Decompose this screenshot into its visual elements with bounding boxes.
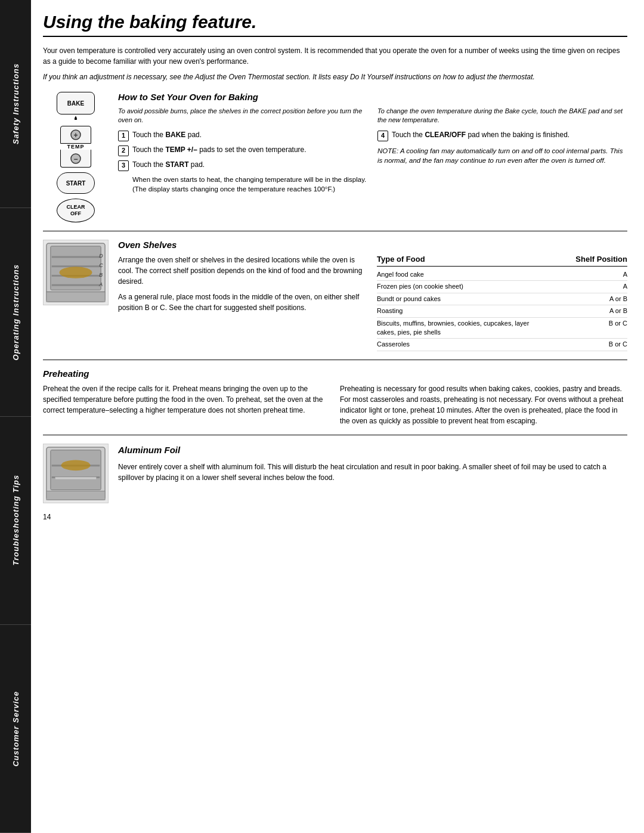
pos-cell: A: [544, 282, 627, 291]
food-cell: Roasting: [377, 306, 544, 315]
preheat-columns: Preheat the oven if the recipe calls for…: [43, 383, 627, 426]
table-row: CasserolesB or C: [377, 339, 627, 351]
step-3: 3 Touch the START pad.: [118, 160, 368, 171]
cooling-note: NOTE: A cooling fan may automatically tu…: [377, 146, 627, 166]
sidebar-label-operating: Operating Instructions: [11, 264, 20, 360]
shelves-description: Arrange the oven shelf or shelves in the…: [118, 255, 369, 351]
section-bake: BAKE ▲ + TEMP − START CLEAROFF: [43, 92, 627, 231]
temp-buttons-diagram: + TEMP −: [60, 126, 91, 168]
page-title: Using the baking feature.: [43, 12, 627, 37]
alfoil-diagram: [43, 444, 109, 503]
start-label: START: [66, 180, 86, 187]
table-row: RoastingA or B: [377, 305, 627, 317]
bake-controls-diagram: BAKE ▲ + TEMP − START CLEAROFF: [43, 92, 109, 222]
table-row: Angel food cakeA: [377, 269, 627, 281]
bake-note-top: To avoid possible burns, place the shelv…: [118, 107, 368, 125]
oven-shelves-diagram: D C B A: [43, 240, 109, 305]
preheat-col-right: Preheating is necessary for good results…: [340, 383, 627, 426]
start-button-diagram: START: [57, 172, 95, 194]
pos-cell: A or B: [544, 306, 627, 315]
temp-minus-diagram: −: [60, 150, 91, 168]
bake-section-heading: How to Set Your Oven for Baking: [118, 92, 627, 102]
bake-button-diagram: BAKE: [57, 92, 95, 114]
temp-plus-diagram: +: [60, 126, 91, 144]
intro-paragraph-1: Your oven temperature is controlled very…: [43, 45, 627, 67]
pos-cell: A or B: [544, 295, 627, 304]
preheat-col-left: Preheat the oven if the recipe calls for…: [43, 383, 330, 426]
sidebar-section-customer: Customer Service: [0, 625, 31, 833]
svg-rect-9: [52, 284, 100, 286]
sidebar-label-customer: Customer Service: [11, 691, 20, 767]
clear-off-label: CLEAROFF: [67, 204, 85, 217]
step-2: 2 Touch the TEMP +/– pads to set the ove…: [118, 145, 368, 156]
step-text-1: Touch the BAKE pad.: [132, 130, 202, 140]
page-number: 14: [43, 513, 627, 521]
bake-columns: To avoid possible burns, place the shelv…: [118, 107, 627, 198]
shelves-content: Oven Shelves Arrange the oven shelf or s…: [118, 240, 627, 351]
food-cell: Casseroles: [377, 340, 544, 349]
main-content: Using the baking feature. Your oven temp…: [31, 0, 644, 833]
svg-text:B: B: [99, 272, 103, 278]
oven-svg: D C B A: [44, 240, 108, 305]
food-cell: Bundt or pound cakes: [377, 295, 544, 304]
bake-col-right: To change the oven temperature during th…: [377, 107, 627, 198]
table-header: Type of Food Shelf Position: [377, 255, 627, 267]
shelves-table: Type of Food Shelf Position Angel food c…: [377, 255, 627, 351]
step-num-2: 2: [118, 145, 129, 156]
section-preheating: Preheating Preheat the oven if the recip…: [43, 360, 627, 435]
svg-text:A: A: [98, 281, 103, 287]
table-row: Frozen pies (on cookie sheet)A: [377, 281, 627, 293]
table-row: Biscuits, muffins, brownies, cookies, cu…: [377, 318, 627, 339]
step-num-1: 1: [118, 131, 129, 141]
sidebar-section-troubleshooting: Troubleshooting Tips: [0, 417, 31, 625]
sidebar-label-troubleshooting: Troubleshooting Tips: [11, 475, 20, 565]
step-3-detail: When the oven starts to heat, the changi…: [132, 175, 368, 194]
sidebar: Safety Instructions Operating Instructio…: [0, 0, 31, 833]
food-cell: Frozen pies (on cookie sheet): [377, 282, 544, 291]
shelves-body-1: Arrange the oven shelf or shelves in the…: [118, 255, 369, 287]
bake-col-left: To avoid possible burns, place the shelv…: [118, 107, 368, 198]
pos-cell: B or C: [544, 340, 627, 349]
svg-rect-21: [55, 477, 97, 479]
svg-rect-23: [47, 491, 105, 500]
sidebar-section-safety: Safety Instructions: [0, 0, 31, 208]
food-cell: Biscuits, muffins, brownies, cookies, cu…: [377, 319, 544, 337]
shelves-heading: Oven Shelves: [118, 240, 627, 250]
svg-text:−: −: [73, 155, 78, 163]
step-1: 1 Touch the BAKE pad.: [118, 130, 368, 141]
svg-text:C: C: [99, 262, 103, 268]
bake-right-note: To change the oven temperature during th…: [377, 107, 627, 125]
table-row: Bundt or pound cakesA or B: [377, 293, 627, 305]
bake-label: BAKE: [67, 100, 84, 107]
section-oven-shelves: D C B A Oven Shelves Arrange the oven sh…: [43, 231, 627, 360]
col-food-header: Type of Food: [377, 255, 544, 264]
alfoil-content: Aluminum Foil Never entirely cover a she…: [118, 444, 627, 503]
clear-off-button-diagram: CLEAROFF: [57, 199, 95, 222]
step-text-2: Touch the TEMP +/– pads to set the oven …: [132, 145, 306, 155]
preheat-heading: Preheating: [43, 368, 627, 379]
pos-cell: B or C: [544, 319, 627, 337]
svg-text:+: +: [73, 131, 78, 140]
col-pos-header: Shelf Position: [544, 255, 627, 264]
alfoil-svg: [44, 444, 108, 503]
svg-rect-6: [52, 256, 100, 258]
alfoil-body: Never entirely cover a shelf with alumin…: [118, 462, 627, 483]
svg-text:D: D: [99, 253, 103, 259]
sidebar-section-operating: Operating Instructions: [0, 208, 31, 416]
step-text-4: Touch the CLEAR/OFF pad when the baking …: [392, 130, 569, 141]
sidebar-label-safety: Safety Instructions: [11, 63, 20, 144]
temp-label: TEMP: [67, 144, 84, 150]
intro-paragraph-2: If you think an adjustment is necessary,…: [43, 72, 627, 82]
step-num-3: 3: [118, 160, 129, 171]
section-aluminum-foil: Aluminum Foil Never entirely cover a she…: [43, 435, 627, 503]
bake-instructions: How to Set Your Oven for Baking To avoid…: [118, 92, 627, 222]
step-4: 4 Touch the CLEAR/OFF pad when the bakin…: [377, 130, 627, 141]
food-cell: Angel food cake: [377, 270, 544, 279]
shelves-columns: Arrange the oven shelf or shelves in the…: [118, 255, 627, 351]
svg-rect-15: [47, 292, 105, 302]
step-num-4: 4: [377, 131, 388, 141]
svg-point-10: [60, 267, 92, 278]
alfoil-heading: Aluminum Foil: [118, 444, 627, 457]
shelves-body-2: As a general rule, place most foods in t…: [118, 292, 369, 313]
svg-point-22: [61, 460, 90, 470]
